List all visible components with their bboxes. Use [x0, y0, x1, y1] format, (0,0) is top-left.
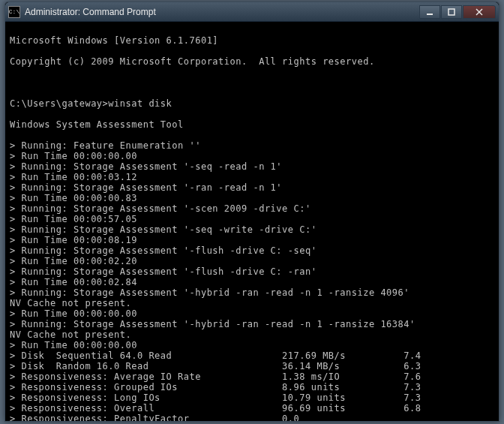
output-line: > Responsiveness: Overall 96.69 units 6.…: [10, 403, 494, 413]
close-icon: [476, 8, 483, 16]
output-line: > Running: Storage Assessment '-seq -rea…: [10, 161, 494, 172]
command-prompt-window: C:\ Administrator: Command Prompt Micros…: [4, 2, 500, 422]
output-line: > Run Time 00:00:03.12: [10, 172, 494, 182]
terminal-output[interactable]: Microsoft Windows [Version 6.1.7601] Cop…: [5, 22, 499, 421]
output-line: > Running: Feature Enumeration '': [10, 140, 494, 151]
output-line: > Responsiveness: Long IOs 10.79 units 7…: [10, 392, 494, 403]
output-line: > Run Time 00:00:57.05: [10, 214, 494, 224]
minimize-icon: [426, 8, 434, 16]
maximize-button[interactable]: [441, 5, 462, 19]
tool-line: Windows System Assessment Tool: [10, 119, 494, 130]
output-line: > Run Time 00:00:02.84: [10, 277, 494, 287]
app-icon: C:\: [8, 6, 20, 18]
close-button[interactable]: [463, 5, 496, 19]
output-line: > Responsiveness: Average IO Rate 1.38 m…: [10, 371, 494, 382]
app-icon-label: C:\: [9, 8, 20, 15]
output-line: > Run Time 00:00:02.20: [10, 256, 494, 266]
output-line: > Running: Storage Assessment '-flush -d…: [10, 245, 494, 256]
output-line: > Disk Random 16.0 Read 36.14 MB/s 6.3: [10, 361, 494, 371]
titlebar[interactable]: C:\ Administrator: Command Prompt: [5, 2, 499, 22]
output-line: NV Cache not present.: [10, 329, 494, 340]
svg-rect-1: [448, 9, 454, 15]
maximize-icon: [448, 8, 455, 16]
blank-line: [10, 77, 494, 88]
output-line: > Run Time 00:00:00.83: [10, 193, 494, 203]
window-controls: [419, 5, 496, 19]
output-line: > Responsiveness: Grouped IOs 8.96 units…: [10, 382, 494, 392]
output-line: > Running: Storage Assessment '-seq -wri…: [10, 224, 494, 235]
prompt-line: C:\Users\gateway>winsat disk: [10, 98, 494, 109]
output-line: > Running: Storage Assessment '-flush -d…: [10, 266, 494, 277]
output-line: > Disk Sequential 64.0 Read 217.69 MB/s …: [10, 350, 494, 361]
output-line: NV Cache not present.: [10, 298, 494, 308]
output-line: > Run Time 00:00:00.00: [10, 151, 494, 161]
output-line: > Responsiveness: PenaltyFactor 0.0: [10, 413, 494, 421]
output-line: > Run Time 00:00:00.00: [10, 308, 494, 319]
output-line: > Run Time 00:00:00.00: [10, 340, 494, 350]
header-line: Microsoft Windows [Version 6.1.7601]: [10, 35, 494, 46]
header-line: Copyright (c) 2009 Microsoft Corporation…: [10, 56, 494, 67]
output-line: > Running: Storage Assessment '-scen 200…: [10, 203, 494, 214]
minimize-button[interactable]: [419, 5, 440, 19]
output-line: > Running: Storage Assessment '-hybrid -…: [10, 287, 494, 298]
output-line: > Running: Storage Assessment '-ran -rea…: [10, 182, 494, 193]
window-title: Administrator: Command Prompt: [25, 7, 419, 17]
output-line: > Running: Storage Assessment '-hybrid -…: [10, 319, 494, 329]
output-line: > Run Time 00:00:08.19: [10, 235, 494, 245]
